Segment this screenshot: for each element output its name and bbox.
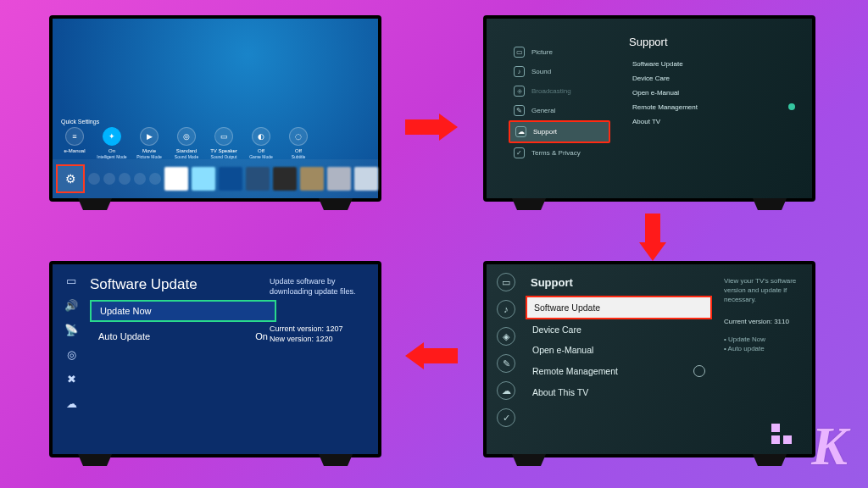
app-tile[interactable] xyxy=(300,167,324,191)
intelligent-icon: ✦ xyxy=(103,127,121,146)
sound-icon: ♪ xyxy=(514,66,525,77)
app-tile[interactable] xyxy=(327,167,351,191)
quick-settings-label: Quick Settings xyxy=(61,119,99,125)
app-tile[interactable] xyxy=(354,167,378,191)
bullet-update-now: Update Now xyxy=(724,335,809,344)
dock-mini-icon[interactable] xyxy=(119,173,131,185)
logo-dot-icon xyxy=(783,435,792,444)
quick-item-emanual[interactable]: ≡e-Manual xyxy=(59,127,90,159)
auto-update-value: On xyxy=(255,331,268,341)
wrench-icon: ✎ xyxy=(514,105,525,116)
current-version: Current version: 1207 xyxy=(270,324,371,334)
app-tile[interactable] xyxy=(246,167,270,191)
category-support[interactable]: ☁Support xyxy=(509,120,610,143)
app-tile[interactable] xyxy=(164,167,188,191)
category-broadcasting[interactable]: ◈Broadcasting xyxy=(509,81,610,101)
support-screen: ▭ ♪ ◈ ✎ ☁ ✓ Support Software Update Devi… xyxy=(487,264,812,454)
tools-icon[interactable]: ✖ xyxy=(67,373,76,385)
speaker-icon: ▭ xyxy=(214,127,233,146)
quick-item-picture-mode[interactable]: ▶MoviePicture Mode xyxy=(134,127,164,159)
logo-dot-icon xyxy=(771,435,780,444)
category-terms-privacy[interactable]: ✓Terms & Privacy xyxy=(509,143,610,163)
app-tile[interactable] xyxy=(273,167,297,191)
book-icon: ≡ xyxy=(65,127,84,146)
brand-logo: K xyxy=(811,415,848,478)
arrow-left-icon xyxy=(405,342,458,369)
update-now-row[interactable]: Update Now xyxy=(90,300,276,322)
home-screen: Quick Settings ≡e-Manual ✦OnIntelligent … xyxy=(53,19,378,198)
menu-software-update[interactable]: Software Update xyxy=(526,296,712,319)
settings-screen: ▭Picture ♪Sound ◈Broadcasting ✎General ☁… xyxy=(487,19,812,198)
description-text: View your TV's software version and upda… xyxy=(724,276,809,305)
category-picture[interactable]: ▭Picture xyxy=(509,42,610,62)
update-description: Update software by downloading update fi… xyxy=(270,276,371,297)
broadcast-icon[interactable]: ◈ xyxy=(497,327,515,346)
subtitle-icon: ◌ xyxy=(289,127,308,146)
category-sound[interactable]: ♪Sound xyxy=(509,62,610,81)
version-info: Current version: 1207 New version: 1220 xyxy=(270,324,371,344)
submenu-about-tv[interactable]: About TV xyxy=(629,114,798,129)
side-icon-column: ▭ ♪ ◈ ✎ ☁ ✓ xyxy=(492,273,520,427)
support-header: Support xyxy=(526,273,712,296)
submenu-title: Support xyxy=(629,36,798,48)
submenu-open-emanual[interactable]: Open e-Manual xyxy=(629,86,798,100)
play-icon: ▶ xyxy=(140,127,159,146)
submenu-remote-management[interactable]: Remote Management xyxy=(629,100,798,114)
shield-icon[interactable]: ✓ xyxy=(497,408,515,427)
menu-remote-management[interactable]: Remote Management xyxy=(526,360,712,382)
quick-item-sound-output[interactable]: ▭TV SpeakerSound Output xyxy=(209,127,239,159)
arrow-down-icon xyxy=(639,214,666,261)
menu-open-emanual[interactable]: Open e-Manual xyxy=(526,340,712,360)
dock-mini-icon[interactable] xyxy=(88,173,100,185)
software-update-screen: ▭ 🔊 📡 ◎ ✖ ☁ Software Update Update Now A… xyxy=(53,264,378,454)
submenu-software-update[interactable]: Software Update xyxy=(629,57,798,71)
bullet-auto-update: Auto update xyxy=(724,344,809,353)
general-icon[interactable]: ✎ xyxy=(497,354,515,373)
settings-categories: ▭Picture ♪Sound ◈Broadcasting ✎General ☁… xyxy=(509,42,610,163)
tv-step-4: ▭ 🔊 📡 ◎ ✖ ☁ Software Update Update Now A… xyxy=(49,261,381,458)
arrow-right-icon xyxy=(405,114,458,141)
auto-update-row[interactable]: Auto Update On xyxy=(90,325,276,347)
app-tile[interactable] xyxy=(192,167,215,191)
dock-mini-icon[interactable] xyxy=(103,173,115,185)
shield-icon: ✓ xyxy=(514,147,525,158)
gamepad-icon: ◐ xyxy=(252,127,270,146)
picture-icon[interactable]: ▭ xyxy=(497,273,515,291)
menu-about-tv[interactable]: About This TV xyxy=(526,382,712,402)
tv-step-1: Quick Settings ≡e-Manual ✦OnIntelligent … xyxy=(49,15,381,202)
tv-step-2: ▭Picture ♪Sound ◈Broadcasting ✎General ☁… xyxy=(483,15,815,202)
new-version: New version: 1220 xyxy=(270,334,371,344)
support-icon[interactable]: ☁ xyxy=(497,381,515,400)
quick-item-subtitle[interactable]: ◌OffSubtitle xyxy=(283,127,314,159)
gear-icon: ⚙ xyxy=(65,172,76,186)
settings-button[interactable]: ⚙ xyxy=(56,164,85,193)
quick-item-sound-mode[interactable]: ◎StandardSound Mode xyxy=(171,127,202,159)
support-menu: Support Software Update Device Care Open… xyxy=(526,273,712,402)
sound-icon[interactable]: 🔊 xyxy=(64,299,78,312)
support-icon[interactable]: ☁ xyxy=(66,397,77,410)
app-tile[interactable] xyxy=(219,167,242,191)
status-dot-icon xyxy=(788,103,795,110)
side-icon-column: ▭ 🔊 📡 ◎ ✖ ☁ xyxy=(58,274,85,410)
picture-icon[interactable]: ▭ xyxy=(66,274,76,287)
antenna-icon[interactable]: 📡 xyxy=(64,324,78,336)
dock-mini-icon[interactable] xyxy=(134,173,146,185)
sound-icon[interactable]: ♪ xyxy=(497,300,515,319)
home-dock: ⚙ xyxy=(53,159,378,198)
support-icon: ☁ xyxy=(515,126,526,137)
category-general[interactable]: ✎General xyxy=(509,101,610,120)
picture-icon: ▭ xyxy=(514,47,525,58)
menu-device-care[interactable]: Device Care xyxy=(526,319,712,340)
logo-dot-icon xyxy=(771,424,780,432)
support-submenu: Support Software Update Device Care Open… xyxy=(629,36,798,129)
software-update-body: Software Update Update Now Auto Update O… xyxy=(90,276,371,351)
submenu-device-care[interactable]: Device Care xyxy=(629,71,798,86)
circle-icon xyxy=(693,365,705,377)
dock-mini-icon[interactable] xyxy=(149,173,161,185)
broadcast-icon[interactable]: ◎ xyxy=(67,348,76,361)
quick-settings-bar: ≡e-Manual ✦OnIntelligent Mode ▶MoviePict… xyxy=(59,127,314,159)
support-description: View your TV's software version and upda… xyxy=(721,273,812,357)
quick-item-intelligent-mode[interactable]: ✦OnIntelligent Mode xyxy=(97,127,127,159)
quick-item-game-mode[interactable]: ◐OffGame Mode xyxy=(246,127,276,159)
sound-icon: ◎ xyxy=(177,127,196,146)
